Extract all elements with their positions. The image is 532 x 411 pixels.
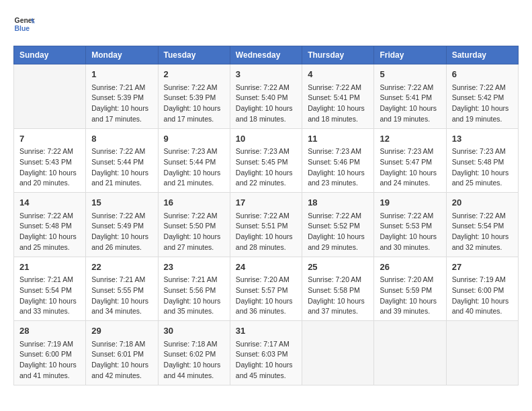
cell-content: Sunrise: 7:22 AM Sunset: 5:43 PM Dayligh… <box>19 146 80 189</box>
cell-content: Sunrise: 7:22 AM Sunset: 5:41 PM Dayligh… <box>308 83 368 125</box>
week-row-4: 21Sunrise: 7:21 AM Sunset: 5:54 PM Dayli… <box>14 257 519 321</box>
calendar-cell: 1Sunrise: 7:21 AM Sunset: 5:39 PM Daylig… <box>86 64 158 129</box>
column-header-friday: Friday <box>374 46 446 64</box>
calendar-cell: 17Sunrise: 7:22 AM Sunset: 5:51 PM Dayli… <box>230 193 302 257</box>
logo-icon: General Blue <box>13 13 35 35</box>
day-number: 23 <box>164 261 224 274</box>
calendar-cell: 5Sunrise: 7:22 AM Sunset: 5:41 PM Daylig… <box>374 64 446 129</box>
day-number: 15 <box>91 196 152 210</box>
day-number: 4 <box>308 68 368 81</box>
cell-content: Sunrise: 7:22 AM Sunset: 5:44 PM Dayligh… <box>91 146 152 189</box>
day-number: 21 <box>19 261 80 274</box>
cell-content: Sunrise: 7:23 AM Sunset: 5:47 PM Dayligh… <box>380 146 440 189</box>
cell-content: Sunrise: 7:18 AM Sunset: 6:01 PM Dayligh… <box>91 339 152 381</box>
column-header-sunday: Sunday <box>14 46 86 64</box>
cell-content: Sunrise: 7:22 AM Sunset: 5:49 PM Dayligh… <box>91 211 152 253</box>
calendar-cell: 24Sunrise: 7:20 AM Sunset: 5:57 PM Dayli… <box>230 257 302 321</box>
column-header-monday: Monday <box>86 46 158 64</box>
cell-content: Sunrise: 7:22 AM Sunset: 5:39 PM Dayligh… <box>164 83 224 125</box>
day-number: 19 <box>380 196 440 210</box>
day-number: 31 <box>236 324 296 338</box>
column-header-thursday: Thursday <box>302 46 374 64</box>
cell-content: Sunrise: 7:17 AM Sunset: 6:03 PM Dayligh… <box>236 339 296 381</box>
calendar-cell: 27Sunrise: 7:19 AM Sunset: 6:00 PM Dayli… <box>446 257 518 321</box>
calendar-cell: 15Sunrise: 7:22 AM Sunset: 5:49 PM Dayli… <box>86 193 158 257</box>
day-number: 7 <box>19 132 80 146</box>
day-number: 5 <box>380 68 440 81</box>
calendar-cell: 19Sunrise: 7:22 AM Sunset: 5:53 PM Dayli… <box>374 193 446 257</box>
cell-content: Sunrise: 7:22 AM Sunset: 5:51 PM Dayligh… <box>236 211 296 253</box>
calendar-cell: 31Sunrise: 7:17 AM Sunset: 6:03 PM Dayli… <box>230 321 302 385</box>
day-number: 18 <box>308 196 368 210</box>
header-row: SundayMondayTuesdayWednesdayThursdayFrid… <box>14 46 519 64</box>
calendar-cell <box>14 64 86 129</box>
calendar-cell: 29Sunrise: 7:18 AM Sunset: 6:01 PM Dayli… <box>86 321 158 385</box>
day-number: 12 <box>380 132 440 146</box>
calendar-cell: 10Sunrise: 7:23 AM Sunset: 5:45 PM Dayli… <box>230 128 302 193</box>
day-number: 8 <box>91 132 152 146</box>
cell-content: Sunrise: 7:19 AM Sunset: 6:00 PM Dayligh… <box>452 275 513 317</box>
day-number: 26 <box>380 261 440 274</box>
calendar-cell: 12Sunrise: 7:23 AM Sunset: 5:47 PM Dayli… <box>374 128 446 193</box>
day-number: 22 <box>91 261 152 274</box>
day-number: 28 <box>19 324 80 338</box>
week-row-5: 28Sunrise: 7:19 AM Sunset: 6:00 PM Dayli… <box>14 321 519 385</box>
day-number: 1 <box>91 68 152 81</box>
cell-content: Sunrise: 7:22 AM Sunset: 5:42 PM Dayligh… <box>452 83 513 125</box>
cell-content: Sunrise: 7:20 AM Sunset: 5:57 PM Dayligh… <box>236 275 296 317</box>
column-header-saturday: Saturday <box>446 46 518 64</box>
calendar-cell: 22Sunrise: 7:21 AM Sunset: 5:55 PM Dayli… <box>86 257 158 321</box>
cell-content: Sunrise: 7:21 AM Sunset: 5:55 PM Dayligh… <box>91 275 152 317</box>
calendar-cell: 13Sunrise: 7:23 AM Sunset: 5:48 PM Dayli… <box>446 128 518 193</box>
calendar-cell: 16Sunrise: 7:22 AM Sunset: 5:50 PM Dayli… <box>158 193 230 257</box>
day-number: 2 <box>164 68 224 81</box>
cell-content: Sunrise: 7:20 AM Sunset: 5:59 PM Dayligh… <box>380 275 440 317</box>
calendar-cell: 9Sunrise: 7:23 AM Sunset: 5:44 PM Daylig… <box>158 128 230 193</box>
calendar-table: SundayMondayTuesdayWednesdayThursdayFrid… <box>13 46 519 385</box>
cell-content: Sunrise: 7:22 AM Sunset: 5:52 PM Dayligh… <box>308 211 368 253</box>
cell-content: Sunrise: 7:21 AM Sunset: 5:56 PM Dayligh… <box>164 275 224 317</box>
day-number: 10 <box>236 132 296 146</box>
day-number: 11 <box>308 132 368 146</box>
cell-content: Sunrise: 7:22 AM Sunset: 5:54 PM Dayligh… <box>452 211 513 253</box>
calendar-cell: 18Sunrise: 7:22 AM Sunset: 5:52 PM Dayli… <box>302 193 374 257</box>
calendar-cell: 11Sunrise: 7:23 AM Sunset: 5:46 PM Dayli… <box>302 128 374 193</box>
day-number: 6 <box>452 68 513 81</box>
day-number: 9 <box>164 132 224 146</box>
cell-content: Sunrise: 7:23 AM Sunset: 5:48 PM Dayligh… <box>452 146 513 189</box>
calendar-cell: 28Sunrise: 7:19 AM Sunset: 6:00 PM Dayli… <box>14 321 86 385</box>
calendar-cell: 3Sunrise: 7:22 AM Sunset: 5:40 PM Daylig… <box>230 64 302 129</box>
day-number: 13 <box>452 132 513 146</box>
cell-content: Sunrise: 7:23 AM Sunset: 5:44 PM Dayligh… <box>164 146 224 189</box>
day-number: 30 <box>164 324 224 338</box>
week-row-1: 1Sunrise: 7:21 AM Sunset: 5:39 PM Daylig… <box>14 64 519 129</box>
calendar-cell <box>302 321 374 385</box>
calendar-cell: 23Sunrise: 7:21 AM Sunset: 5:56 PM Dayli… <box>158 257 230 321</box>
logo: General Blue <box>13 13 35 35</box>
calendar-cell <box>446 321 518 385</box>
calendar-cell: 2Sunrise: 7:22 AM Sunset: 5:39 PM Daylig… <box>158 64 230 129</box>
cell-content: Sunrise: 7:22 AM Sunset: 5:40 PM Dayligh… <box>236 83 296 125</box>
calendar-cell: 4Sunrise: 7:22 AM Sunset: 5:41 PM Daylig… <box>302 64 374 129</box>
calendar-cell: 8Sunrise: 7:22 AM Sunset: 5:44 PM Daylig… <box>86 128 158 193</box>
cell-content: Sunrise: 7:19 AM Sunset: 6:00 PM Dayligh… <box>19 339 80 381</box>
svg-text:Blue: Blue <box>15 25 30 32</box>
cell-content: Sunrise: 7:22 AM Sunset: 5:48 PM Dayligh… <box>19 211 80 253</box>
calendar-cell: 30Sunrise: 7:18 AM Sunset: 6:02 PM Dayli… <box>158 321 230 385</box>
calendar-cell: 6Sunrise: 7:22 AM Sunset: 5:42 PM Daylig… <box>446 64 518 129</box>
column-header-tuesday: Tuesday <box>158 46 230 64</box>
calendar-cell <box>374 321 446 385</box>
day-number: 3 <box>236 68 296 81</box>
day-number: 14 <box>19 196 80 210</box>
day-number: 16 <box>164 196 224 210</box>
week-row-2: 7Sunrise: 7:22 AM Sunset: 5:43 PM Daylig… <box>14 128 519 193</box>
day-number: 17 <box>236 196 296 210</box>
column-header-wednesday: Wednesday <box>230 46 302 64</box>
cell-content: Sunrise: 7:18 AM Sunset: 6:02 PM Dayligh… <box>164 339 224 381</box>
cell-content: Sunrise: 7:20 AM Sunset: 5:58 PM Dayligh… <box>308 275 368 317</box>
cell-content: Sunrise: 7:23 AM Sunset: 5:45 PM Dayligh… <box>236 146 296 189</box>
cell-content: Sunrise: 7:21 AM Sunset: 5:39 PM Dayligh… <box>91 83 152 125</box>
week-row-3: 14Sunrise: 7:22 AM Sunset: 5:48 PM Dayli… <box>14 193 519 257</box>
cell-content: Sunrise: 7:23 AM Sunset: 5:46 PM Dayligh… <box>308 146 368 189</box>
day-number: 24 <box>236 261 296 274</box>
